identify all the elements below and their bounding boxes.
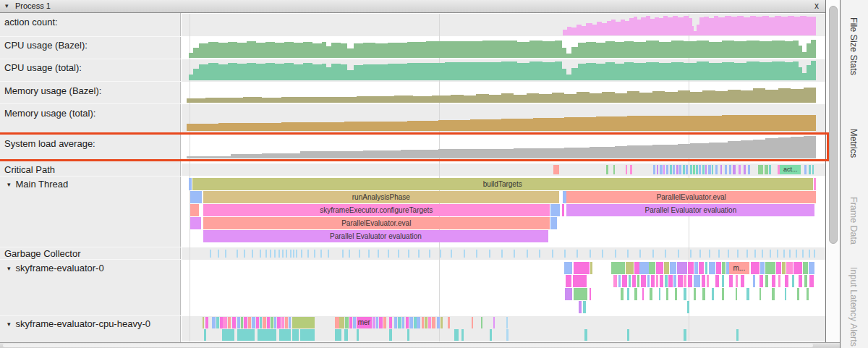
- trace-span[interactable]: [639, 262, 648, 274]
- trace-tick[interactable]: [282, 250, 284, 258]
- trace-span[interactable]: [736, 329, 739, 341]
- trace-span[interactable]: [349, 317, 352, 328]
- trace-tick[interactable]: [606, 165, 608, 174]
- trace-tick[interactable]: [653, 165, 655, 174]
- trace-span[interactable]: [664, 262, 669, 274]
- trace-span[interactable]: [753, 275, 755, 287]
- trace-tick[interactable]: [762, 250, 763, 258]
- trace-span[interactable]: [394, 317, 396, 328]
- trace-tick[interactable]: [652, 250, 654, 258]
- trace-tick[interactable]: [809, 250, 810, 258]
- trace-span[interactable]: [632, 275, 636, 287]
- trace-tick[interactable]: [729, 165, 731, 174]
- trace-tick[interactable]: [278, 250, 280, 258]
- counter-chart-memory-usage-total[interactable]: [187, 106, 816, 131]
- trace-tick[interactable]: [398, 250, 399, 258]
- horizontal-scrollbar-thumb[interactable]: [3, 344, 813, 347]
- trace-tick[interactable]: [293, 250, 294, 258]
- trace-span[interactable]: [656, 262, 663, 274]
- trace-span[interactable]: [260, 317, 262, 328]
- horizontal-scrollbar[interactable]: [0, 342, 840, 348]
- trace-span[interactable]: [622, 275, 627, 287]
- trace-tick[interactable]: [718, 250, 720, 258]
- trace-tick[interactable]: [613, 165, 616, 174]
- trace-span[interactable]: [222, 329, 234, 341]
- trace-span[interactable]: Parallel Evaluator evaluation: [203, 230, 549, 242]
- trace-span[interactable]: m...: [729, 262, 749, 274]
- trace-span[interactable]: [472, 317, 473, 328]
- trace-tick[interactable]: [237, 250, 238, 258]
- trace-tick[interactable]: [328, 250, 329, 258]
- trace-tick[interactable]: [527, 250, 528, 258]
- trace-span[interactable]: [277, 317, 281, 328]
- trace-tick[interactable]: [388, 250, 389, 258]
- trace-tick[interactable]: [252, 250, 253, 258]
- trace-span[interactable]: [448, 317, 450, 328]
- trace-tick[interactable]: [708, 165, 710, 174]
- collapse-track-icon[interactable]: ▾: [7, 181, 11, 188]
- trace-tick[interactable]: [576, 250, 578, 258]
- trace-span[interactable]: [398, 317, 401, 328]
- trace-span[interactable]: [736, 288, 738, 300]
- trace-tick[interactable]: [615, 250, 616, 258]
- trace-tick[interactable]: [564, 250, 566, 258]
- trace-tick[interactable]: [665, 250, 666, 258]
- trace-span[interactable]: [574, 262, 590, 274]
- trace-tick[interactable]: [296, 250, 297, 258]
- trace-span[interactable]: [785, 275, 788, 287]
- trace-tick[interactable]: [748, 165, 750, 174]
- trace-tick[interactable]: [770, 250, 771, 258]
- trace-tick[interactable]: [270, 250, 271, 258]
- trace-span[interactable]: [506, 329, 509, 341]
- trace-span[interactable]: [684, 329, 686, 341]
- trace-span[interactable]: [678, 275, 683, 287]
- trace-span[interactable]: [441, 317, 443, 328]
- trace-tick[interactable]: [552, 250, 553, 258]
- trace-span[interactable]: [574, 288, 587, 300]
- trace-span[interactable]: [417, 317, 420, 328]
- trace-tick[interactable]: [451, 250, 452, 258]
- trace-span[interactable]: [688, 275, 692, 287]
- trace-span[interactable]: ParallelEvaluator.eval: [566, 191, 816, 203]
- trace-span[interactable]: [660, 275, 663, 287]
- trace-span[interactable]: [353, 317, 356, 328]
- trace-span[interactable]: [627, 329, 629, 341]
- trace-span[interactable]: [642, 288, 644, 300]
- trace-tick[interactable]: [639, 250, 641, 258]
- trace-span[interactable]: [613, 275, 617, 287]
- trace-span[interactable]: [776, 262, 781, 274]
- trace-span[interactable]: [481, 317, 482, 328]
- trace-span[interactable]: [407, 329, 409, 341]
- counter-chart-cpu-usage-bazel[interactable]: [187, 38, 816, 58]
- trace-span[interactable]: [258, 329, 276, 341]
- trace-span[interactable]: [807, 288, 809, 300]
- trace-tick[interactable]: [802, 250, 804, 258]
- trace-span[interactable]: [699, 262, 704, 274]
- trace-span[interactable]: [741, 275, 744, 287]
- trace-span[interactable]: [716, 262, 721, 274]
- trace-tick[interactable]: [663, 165, 665, 174]
- trace-span[interactable]: [675, 288, 677, 300]
- trace-span[interactable]: [216, 317, 219, 328]
- trace-tick[interactable]: [796, 250, 797, 258]
- trace-tick[interactable]: [476, 250, 477, 258]
- trace-tick[interactable]: [769, 165, 771, 174]
- trace-tick[interactable]: [290, 250, 292, 258]
- trace-tick[interactable]: [349, 250, 350, 258]
- trace-span[interactable]: [651, 275, 655, 287]
- trace-tick[interactable]: [440, 250, 441, 258]
- trace-tick[interactable]: [814, 250, 815, 258]
- trace-span[interactable]: [345, 317, 349, 328]
- collapse-track-icon[interactable]: ▾: [7, 265, 11, 272]
- trace-span[interactable]: [626, 262, 633, 274]
- trace-span[interactable]: [712, 288, 714, 300]
- trace-tick[interactable]: [737, 250, 739, 258]
- trace-span[interactable]: [715, 275, 719, 287]
- trace-tick[interactable]: [626, 165, 627, 174]
- trace-tick[interactable]: [244, 250, 245, 258]
- trace-span[interactable]: [665, 275, 667, 287]
- trace-span[interactable]: [705, 262, 707, 274]
- trace-span[interactable]: [432, 317, 435, 328]
- trace-span[interactable]: [722, 288, 724, 300]
- trace-span[interactable]: [760, 275, 763, 287]
